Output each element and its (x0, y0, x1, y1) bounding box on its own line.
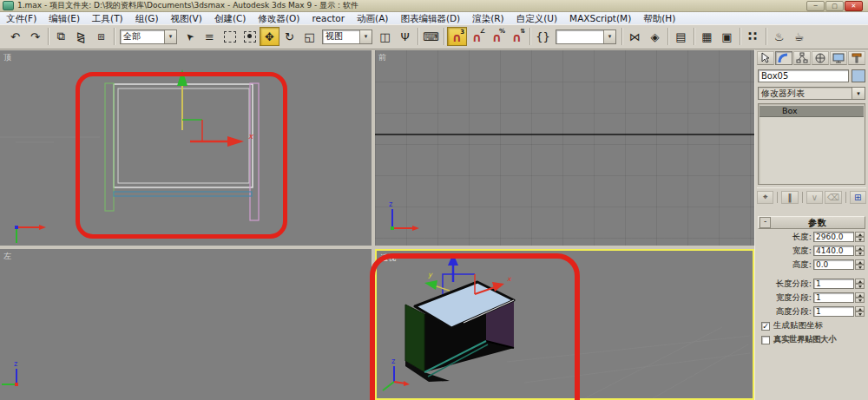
use-pivot-center-button[interactable]: ◫ (375, 27, 395, 46)
object-color-swatch[interactable] (852, 69, 865, 82)
menu-file[interactable]: 文件(F) (0, 12, 43, 24)
modifier-list-dropdown[interactable]: 修改器列表 ▾ (758, 87, 865, 100)
utilities-hammer-icon (851, 52, 863, 64)
width-segs-spinner[interactable] (855, 292, 865, 303)
render-setup-button[interactable]: ♨ (769, 27, 789, 46)
viewport-top[interactable]: 顶 x (0, 50, 372, 246)
length-segs-field[interactable]: 1 (813, 279, 854, 289)
viewport-front[interactable]: 前 z (375, 50, 754, 246)
select-by-name-button[interactable]: ≡ (200, 27, 220, 46)
angle-snap-button[interactable]: ∩∠ (467, 27, 487, 46)
remove-modifier-button[interactable]: ⌫ (825, 191, 841, 204)
height-field[interactable]: 0.0 (813, 259, 854, 270)
rect-selection-region-button[interactable] (220, 27, 240, 46)
edit-named-selections-button[interactable]: {} (533, 27, 553, 46)
make-unique-button[interactable]: ∨ (806, 191, 823, 204)
schematic-view-button[interactable]: ▣ (717, 27, 737, 46)
percent-snap-button[interactable]: ∩% (487, 27, 507, 46)
quick-render-button[interactable]: ☕ (789, 27, 809, 46)
menu-customize[interactable]: 自定义(U) (510, 12, 563, 24)
stack-toolbar-separator (777, 192, 778, 203)
selection-filter-dropdown[interactable]: 全部 ▾ (120, 30, 177, 44)
select-and-link-button[interactable]: ⧉ (51, 27, 71, 46)
mirror-button[interactable]: ⋈ (625, 27, 645, 46)
stack-item-box[interactable]: Box (760, 106, 864, 117)
height-segs-spinner[interactable] (855, 306, 865, 317)
schematic-icon: ▣ (721, 30, 732, 43)
curve-editor-button[interactable]: ▦ (697, 27, 717, 46)
generate-mapping-coords-checkbox[interactable]: ✓ (761, 322, 770, 331)
select-and-scale-button[interactable]: ◱ (299, 27, 319, 46)
height-segs-field[interactable]: 1 (813, 306, 854, 317)
modifier-stack[interactable]: Box (758, 103, 865, 185)
viewport-perspective[interactable]: 透视 (375, 249, 754, 400)
menu-group[interactable]: 组(G) (129, 12, 165, 24)
viewport-left[interactable]: 左 z (0, 249, 372, 400)
width-field[interactable]: 4140.0 (813, 246, 854, 256)
viewport-perspective-label: 透视 (380, 252, 396, 264)
undo-button[interactable]: ↶ (5, 27, 25, 46)
object-name-field[interactable]: Box05 (758, 69, 849, 82)
reference-coordinate-dropdown[interactable]: 视图 ▾ (322, 30, 372, 44)
tab-utilities[interactable] (848, 51, 865, 65)
height-spinner[interactable] (855, 259, 865, 270)
spinner-snap-button[interactable]: ∩⇅ (507, 27, 527, 46)
select-and-manipulate-button[interactable]: Ψ (395, 27, 415, 46)
width-label: 宽度: (758, 246, 813, 257)
window-crossing-button[interactable] (240, 27, 260, 46)
layer-manager-button[interactable]: ▤ (671, 27, 691, 46)
named-selection-dropdown[interactable]: ▾ (556, 30, 616, 44)
move-gizmo[interactable]: x (177, 69, 254, 147)
axis-x-label: x (248, 132, 254, 141)
pin-stack-button[interactable]: ⌖ (757, 191, 773, 204)
menu-views[interactable]: 视图(V) (165, 12, 208, 24)
select-and-move-button[interactable]: ✥ (260, 27, 279, 46)
align-icon: ◈ (651, 30, 660, 43)
tab-hierarchy[interactable] (793, 51, 811, 65)
keyboard-override-button[interactable]: ⌨ (421, 27, 441, 46)
bind-to-space-warp-button[interactable]: ⧈ (91, 27, 111, 46)
menu-maxscript[interactable]: MAXScript(M) (563, 12, 637, 24)
length-spinner[interactable] (855, 232, 865, 242)
align-button[interactable]: ◈ (645, 27, 665, 46)
width-spinner[interactable] (855, 246, 865, 256)
snap-badge: 3 (460, 29, 464, 36)
tab-motion[interactable] (812, 51, 829, 65)
menu-reactor[interactable]: reactor (306, 12, 351, 24)
configure-modifier-sets-button[interactable]: ⊞ (850, 191, 866, 204)
close-button[interactable]: ✕ (845, 1, 863, 11)
dropdown-arrow-icon: ▾ (164, 30, 176, 43)
menu-create[interactable]: 创建(C) (208, 12, 253, 24)
tab-display[interactable] (830, 51, 847, 65)
generate-mapping-coords-label: 生成贴图坐标 (773, 320, 823, 331)
unlink-selection-button[interactable]: ⧎ (71, 27, 91, 46)
menu-tools[interactable]: 工具(T) (86, 12, 129, 24)
select-and-rotate-button[interactable]: ↻ (279, 27, 299, 46)
length-field[interactable]: 2960.0 (813, 232, 854, 242)
menu-animation[interactable]: 动画(A) (351, 12, 394, 24)
collapse-icon[interactable]: - (760, 217, 771, 228)
space-warp-icon: ⧈ (97, 30, 104, 43)
menu-graph-editors[interactable]: 图表编辑器(D) (394, 12, 466, 24)
snap-toggle-button[interactable]: ∩3 (447, 27, 467, 46)
minimize-button[interactable]: ─ (806, 1, 825, 11)
box-object[interactable] (405, 282, 514, 382)
menu-edit[interactable]: 编辑(E) (43, 12, 86, 24)
maximize-button[interactable]: ▢ (825, 1, 844, 11)
create-icon (760, 52, 772, 64)
redo-button[interactable]: ↷ (25, 27, 45, 46)
menu-help[interactable]: 帮助(H) (637, 12, 681, 24)
material-editor-button[interactable]: ∷ (743, 27, 763, 46)
tab-modify[interactable] (775, 51, 792, 65)
width-segs-field[interactable]: 1 (813, 292, 854, 303)
select-object-button[interactable]: ➤ (180, 27, 200, 46)
menu-modifiers[interactable]: 修改器(O) (252, 12, 306, 24)
show-end-result-button[interactable]: ‖ (781, 191, 798, 204)
app-icon (3, 1, 14, 10)
parameters-rollout-header[interactable]: - 参数 (758, 216, 865, 229)
tab-create[interactable] (757, 51, 774, 65)
command-panel: Box05 修改器列表 ▾ Box ⌖ ‖ ∨ ⌫ ⊞ - 参数 长度: 296… (754, 49, 868, 400)
length-segs-spinner[interactable] (855, 279, 865, 289)
menu-rendering[interactable]: 渲染(R) (466, 12, 510, 24)
real-world-map-size-checkbox[interactable] (761, 336, 770, 344)
